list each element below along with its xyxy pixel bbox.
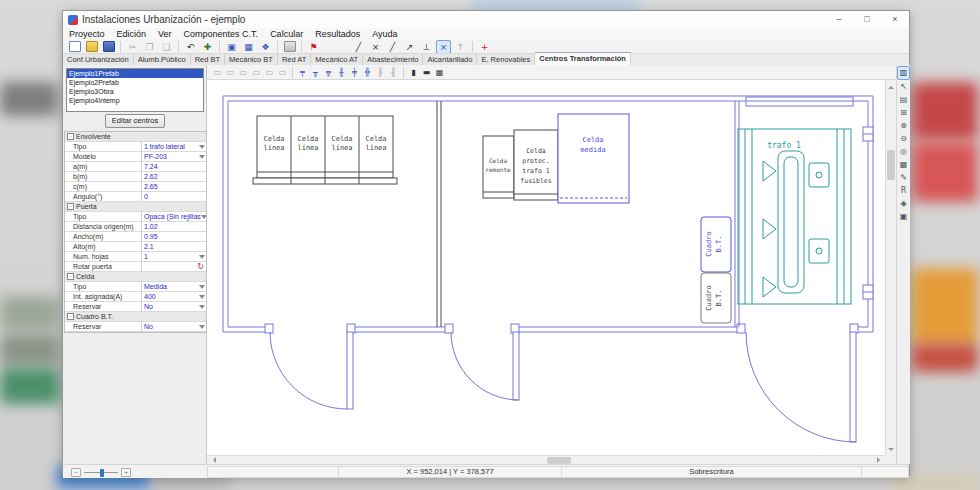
list-item[interactable]: Ejemplo3Obra bbox=[67, 87, 203, 96]
property-row[interactable]: Angulo(°)0 bbox=[65, 192, 206, 202]
preview-icon[interactable]: ▣ bbox=[224, 40, 239, 54]
move-element-icon[interactable]: ↗ bbox=[402, 40, 417, 54]
tab-e-renovables[interactable]: E. Renovables bbox=[477, 53, 535, 65]
cell-tool-icon[interactable]: ╤ bbox=[297, 67, 308, 78]
cell-tool-icon[interactable]: ╦ bbox=[323, 67, 334, 78]
pointer-up-icon[interactable]: ↑ bbox=[453, 40, 468, 54]
layers-icon[interactable]: ▤ bbox=[898, 94, 909, 106]
zoom-slider-track[interactable] bbox=[84, 472, 118, 473]
zoom-slider[interactable]: − + bbox=[71, 468, 131, 477]
property-row[interactable]: TipoOpaca (Sin rejillas bbox=[65, 212, 206, 222]
list-item[interactable]: Ejemplo2Prefab bbox=[67, 78, 203, 87]
cell-tool-icon[interactable]: ╢ bbox=[388, 67, 399, 78]
draw-line-icon[interactable]: ╱ bbox=[351, 40, 366, 54]
shape-tool-icon[interactable]: ▭ bbox=[277, 67, 288, 78]
block-tool-icon[interactable]: ▬ bbox=[421, 67, 432, 78]
floor-plan-canvas[interactable]: Celdalínea Celdalínea Celdalínea Celdalí… bbox=[207, 80, 886, 455]
scrollbar-thumb[interactable] bbox=[547, 457, 571, 464]
components-icon[interactable]: ❖ bbox=[258, 40, 273, 54]
snap-icon[interactable]: ◈ bbox=[898, 198, 909, 210]
collapse-icon[interactable]: - bbox=[67, 313, 74, 320]
property-row[interactable]: Num. hojas1 bbox=[65, 252, 206, 262]
zoom-in-icon[interactable]: ⊕ bbox=[898, 120, 909, 132]
select-tool-icon[interactable]: × bbox=[436, 40, 451, 54]
new-document-icon[interactable] bbox=[67, 40, 82, 54]
save-icon[interactable] bbox=[101, 40, 116, 54]
tab-abastecimiento[interactable]: Abastecimiento bbox=[363, 53, 423, 65]
pointer-icon[interactable]: ↖ bbox=[898, 81, 909, 93]
menu-proyecto[interactable]: Proyecto bbox=[63, 28, 111, 40]
results-icon[interactable]: R bbox=[898, 185, 909, 197]
connect-icon[interactable]: ✚ bbox=[200, 40, 215, 54]
perpendicular-icon[interactable]: ⊥ bbox=[419, 40, 434, 54]
tab-centros-transformacion[interactable]: Centros Transformación bbox=[535, 52, 631, 65]
shape-tool-icon[interactable]: ▭ bbox=[212, 67, 223, 78]
draw-segment-icon[interactable]: ╱ bbox=[385, 40, 400, 54]
property-row[interactable]: ReservarNo bbox=[65, 322, 206, 332]
property-row[interactable]: Rotar puerta↻ bbox=[65, 262, 206, 272]
zoom-extents-icon[interactable]: ◎ bbox=[898, 146, 909, 158]
menu-resultados[interactable]: Resultados bbox=[309, 28, 366, 40]
cell-tool-icon[interactable]: ╬ bbox=[362, 67, 373, 78]
menu-componentes-ct[interactable]: Componentes C.T. bbox=[178, 28, 265, 40]
menu-ver[interactable]: Ver bbox=[152, 28, 178, 40]
cell-tool-icon[interactable]: ╫ bbox=[336, 67, 347, 78]
zoom-slider-thumb[interactable] bbox=[100, 469, 104, 477]
tab-alcantarillado[interactable]: Alcantarillado bbox=[423, 53, 477, 65]
menu-edicion[interactable]: Edición bbox=[111, 28, 153, 40]
block-tool-icon[interactable]: ▦ bbox=[434, 67, 445, 78]
properties-panel-icon[interactable]: ▥ bbox=[897, 66, 910, 80]
list-item[interactable]: Ejemplo1Prefab bbox=[67, 69, 203, 78]
collapse-icon[interactable]: - bbox=[67, 203, 74, 210]
cell-tool-icon[interactable]: ╥ bbox=[310, 67, 321, 78]
shape-tool-icon[interactable]: ▭ bbox=[251, 67, 262, 78]
zoom-out-icon[interactable]: ⊖ bbox=[898, 133, 909, 145]
cuadro-bt-selected[interactable]: Cuadro B.T. bbox=[701, 217, 731, 272]
view-icon[interactable]: ▣ bbox=[898, 211, 909, 223]
paste-icon[interactable]: ❏ bbox=[159, 40, 174, 54]
close-button[interactable]: × bbox=[881, 11, 909, 28]
open-project-icon[interactable] bbox=[84, 40, 99, 54]
rotate-door-icon[interactable]: ↻ bbox=[197, 262, 204, 271]
scrollbar-thumb[interactable] bbox=[887, 150, 895, 180]
edit-icon[interactable]: ✎ bbox=[898, 172, 909, 184]
copy-icon[interactable]: ❐ bbox=[142, 40, 157, 54]
property-row[interactable]: c(m)2.65 bbox=[65, 182, 206, 192]
undo-icon[interactable]: ↶ bbox=[183, 40, 198, 54]
cell-tool-icon[interactable]: ╪ bbox=[349, 67, 360, 78]
title-bar[interactable]: Instalaciones Urbanización - ejemplo – □… bbox=[63, 11, 909, 29]
property-row[interactable]: ReservarNo bbox=[65, 302, 206, 312]
block-tool-icon[interactable]: ▮ bbox=[408, 67, 419, 78]
collapse-icon[interactable]: - bbox=[67, 273, 74, 280]
cell-tool-icon[interactable]: ╟ bbox=[375, 67, 386, 78]
celda-medida-selected[interactable]: Celda medida bbox=[558, 114, 629, 203]
cut-icon[interactable]: ✂ bbox=[125, 40, 140, 54]
zoom-out-button[interactable]: − bbox=[71, 468, 81, 477]
extra-tool-icon[interactable]: + bbox=[477, 40, 492, 54]
print-icon[interactable] bbox=[282, 40, 297, 54]
alert-icon[interactable]: ⚑ bbox=[306, 40, 321, 54]
menu-calcular[interactable]: Calcular bbox=[264, 28, 309, 40]
property-row[interactable]: ModeloPF-203 bbox=[65, 152, 206, 162]
tab-mecanico-at[interactable]: Mecánico AT bbox=[311, 53, 363, 65]
vertical-scrollbar[interactable] bbox=[885, 80, 896, 455]
shape-tool-icon[interactable]: ▭ bbox=[238, 67, 249, 78]
edit-centers-button[interactable]: Editar centros bbox=[105, 114, 165, 128]
tab-red-bt[interactable]: Red BT bbox=[191, 53, 225, 65]
list-item[interactable]: Ejemplo4Intemp bbox=[67, 96, 203, 105]
delete-element-icon[interactable]: × bbox=[368, 40, 383, 54]
collapse-icon[interactable]: - bbox=[67, 133, 74, 140]
tab-mecanico-bt[interactable]: Mecánico BT bbox=[225, 53, 278, 65]
tab-alumb-publico[interactable]: Alumb.Público bbox=[134, 53, 191, 65]
shape-tool-icon[interactable]: ▭ bbox=[264, 67, 275, 78]
property-row[interactable]: a(m)7.24 bbox=[65, 162, 206, 172]
property-row[interactable]: Ancho(m)0.95 bbox=[65, 232, 206, 242]
hatch-icon[interactable]: ▦ bbox=[898, 159, 909, 171]
tab-conf-urbanizacion[interactable]: Conf.Urbanización bbox=[63, 53, 134, 65]
property-row[interactable]: b(m)2.62 bbox=[65, 172, 206, 182]
grid-icon[interactable]: ⊞ bbox=[898, 107, 909, 119]
shape-tool-icon[interactable]: ▭ bbox=[225, 67, 236, 78]
buildings-icon[interactable]: ▦ bbox=[241, 40, 256, 54]
maximize-button[interactable]: □ bbox=[853, 11, 881, 28]
zoom-in-button[interactable]: + bbox=[121, 468, 131, 477]
